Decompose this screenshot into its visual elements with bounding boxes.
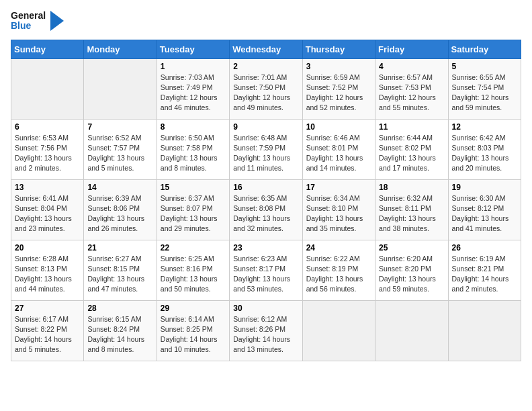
day-number: 10 [306, 122, 371, 132]
day-info: Sunrise: 6:23 AM Sunset: 8:17 PM Dayligh… [233, 254, 298, 295]
calendar-cell: 16Sunrise: 6:35 AM Sunset: 8:08 PM Dayli… [230, 179, 302, 240]
calendar-header: SundayMondayTuesdayWednesdayThursdayFrid… [11, 40, 521, 58]
calendar-cell: 7Sunrise: 6:52 AM Sunset: 7:57 PM Daylig… [84, 119, 157, 179]
day-info: Sunrise: 6:27 AM Sunset: 8:15 PM Dayligh… [87, 254, 152, 295]
calendar-cell: 6Sunrise: 6:53 AM Sunset: 7:56 PM Daylig… [11, 119, 84, 179]
calendar-cell: 27Sunrise: 6:17 AM Sunset: 8:22 PM Dayli… [11, 300, 84, 361]
day-number: 17 [306, 183, 371, 192]
day-info: Sunrise: 6:52 AM Sunset: 7:57 PM Dayligh… [87, 133, 152, 174]
calendar-cell [448, 300, 521, 361]
day-info: Sunrise: 6:35 AM Sunset: 8:08 PM Dayligh… [233, 193, 298, 234]
day-number: 22 [161, 243, 226, 253]
day-info: Sunrise: 6:59 AM Sunset: 7:52 PM Dayligh… [306, 73, 371, 113]
weekday-header-sunday: Sunday [11, 40, 84, 58]
day-info: Sunrise: 6:39 AM Sunset: 8:06 PM Dayligh… [87, 193, 152, 234]
svg-marker-0 [50, 11, 64, 31]
day-number: 2 [233, 62, 298, 71]
calendar-cell: 29Sunrise: 6:14 AM Sunset: 8:25 PM Dayli… [157, 300, 229, 361]
calendar-cell: 13Sunrise: 6:41 AM Sunset: 8:04 PM Dayli… [11, 179, 84, 240]
day-number: 16 [233, 183, 298, 192]
calendar-cell: 12Sunrise: 6:42 AM Sunset: 8:03 PM Dayli… [448, 119, 521, 179]
day-number: 8 [161, 122, 226, 132]
day-number: 21 [87, 243, 152, 253]
weekday-header-monday: Monday [84, 40, 157, 58]
day-info: Sunrise: 6:34 AM Sunset: 8:10 PM Dayligh… [306, 193, 371, 234]
day-info: Sunrise: 6:20 AM Sunset: 8:20 PM Dayligh… [379, 254, 444, 295]
calendar-cell: 2Sunrise: 7:01 AM Sunset: 7:50 PM Daylig… [230, 58, 302, 119]
day-number: 27 [15, 304, 80, 313]
day-info: Sunrise: 6:57 AM Sunset: 7:53 PM Dayligh… [379, 73, 444, 113]
day-number: 20 [15, 243, 80, 253]
calendar-cell: 17Sunrise: 6:34 AM Sunset: 8:10 PM Dayli… [302, 179, 375, 240]
calendar-cell: 21Sunrise: 6:27 AM Sunset: 8:15 PM Dayli… [84, 240, 157, 300]
calendar-cell: 20Sunrise: 6:28 AM Sunset: 8:13 PM Dayli… [11, 240, 84, 300]
day-number: 12 [452, 122, 517, 132]
day-info: Sunrise: 6:46 AM Sunset: 8:01 PM Dayligh… [306, 133, 371, 174]
calendar-cell [11, 58, 84, 119]
day-number: 26 [452, 243, 517, 253]
day-number: 23 [233, 243, 298, 253]
calendar-cell: 1Sunrise: 7:03 AM Sunset: 7:49 PM Daylig… [157, 58, 229, 119]
weekday-header-saturday: Saturday [448, 40, 521, 58]
day-number: 25 [379, 243, 444, 253]
calendar-cell: 11Sunrise: 6:44 AM Sunset: 8:02 PM Dayli… [375, 119, 448, 179]
calendar-cell: 24Sunrise: 6:22 AM Sunset: 8:19 PM Dayli… [302, 240, 375, 300]
calendar-cell: 22Sunrise: 6:25 AM Sunset: 8:16 PM Dayli… [157, 240, 229, 300]
day-number: 14 [87, 183, 152, 192]
day-number: 11 [379, 122, 444, 132]
calendar-cell: 3Sunrise: 6:59 AM Sunset: 7:52 PM Daylig… [302, 58, 375, 119]
calendar-cell [375, 300, 448, 361]
day-number: 1 [161, 62, 226, 71]
day-info: Sunrise: 6:32 AM Sunset: 8:11 PM Dayligh… [379, 193, 444, 234]
page-header: GeneralBlue [11, 11, 521, 32]
calendar-cell: 14Sunrise: 6:39 AM Sunset: 8:06 PM Dayli… [84, 179, 157, 240]
day-number: 18 [379, 183, 444, 192]
day-info: Sunrise: 6:15 AM Sunset: 8:24 PM Dayligh… [87, 314, 152, 355]
day-info: Sunrise: 6:17 AM Sunset: 8:22 PM Dayligh… [15, 314, 80, 355]
day-number: 28 [87, 304, 152, 313]
calendar-table: SundayMondayTuesdayWednesdayThursdayFrid… [11, 40, 521, 361]
day-number: 13 [15, 183, 80, 192]
calendar-cell: 30Sunrise: 6:12 AM Sunset: 8:26 PM Dayli… [230, 300, 302, 361]
calendar-cell: 25Sunrise: 6:20 AM Sunset: 8:20 PM Dayli… [375, 240, 448, 300]
day-info: Sunrise: 6:30 AM Sunset: 8:12 PM Dayligh… [452, 193, 517, 234]
day-info: Sunrise: 6:42 AM Sunset: 8:03 PM Dayligh… [452, 133, 517, 174]
day-info: Sunrise: 6:37 AM Sunset: 8:07 PM Dayligh… [161, 193, 226, 234]
day-number: 6 [15, 122, 80, 132]
day-number: 19 [452, 183, 517, 192]
day-info: Sunrise: 6:12 AM Sunset: 8:26 PM Dayligh… [233, 314, 298, 355]
day-info: Sunrise: 6:50 AM Sunset: 7:58 PM Dayligh… [161, 133, 226, 174]
calendar-cell [302, 300, 375, 361]
calendar-cell: 9Sunrise: 6:48 AM Sunset: 7:59 PM Daylig… [230, 119, 302, 179]
calendar-cell: 23Sunrise: 6:23 AM Sunset: 8:17 PM Dayli… [230, 240, 302, 300]
day-info: Sunrise: 6:28 AM Sunset: 8:13 PM Dayligh… [15, 254, 80, 295]
calendar-cell: 15Sunrise: 6:37 AM Sunset: 8:07 PM Dayli… [157, 179, 229, 240]
calendar-cell: 5Sunrise: 6:55 AM Sunset: 7:54 PM Daylig… [448, 58, 521, 119]
day-number: 30 [233, 304, 298, 313]
day-number: 24 [306, 243, 371, 253]
day-number: 5 [452, 62, 517, 71]
day-info: Sunrise: 6:53 AM Sunset: 7:56 PM Dayligh… [15, 133, 80, 174]
calendar-cell [84, 58, 157, 119]
day-number: 3 [306, 62, 371, 71]
calendar-cell: 4Sunrise: 6:57 AM Sunset: 7:53 PM Daylig… [375, 58, 448, 119]
day-number: 29 [161, 304, 226, 313]
calendar-cell: 26Sunrise: 6:19 AM Sunset: 8:21 PM Dayli… [448, 240, 521, 300]
calendar-cell: 28Sunrise: 6:15 AM Sunset: 8:24 PM Dayli… [84, 300, 157, 361]
calendar-cell: 8Sunrise: 6:50 AM Sunset: 7:58 PM Daylig… [157, 119, 229, 179]
day-info: Sunrise: 6:48 AM Sunset: 7:59 PM Dayligh… [233, 133, 298, 174]
day-info: Sunrise: 6:19 AM Sunset: 8:21 PM Dayligh… [452, 254, 517, 295]
weekday-header-tuesday: Tuesday [157, 40, 229, 58]
day-info: Sunrise: 6:44 AM Sunset: 8:02 PM Dayligh… [379, 133, 444, 174]
day-number: 15 [161, 183, 226, 192]
day-info: Sunrise: 6:22 AM Sunset: 8:19 PM Dayligh… [306, 254, 371, 295]
day-info: Sunrise: 6:41 AM Sunset: 8:04 PM Dayligh… [15, 193, 80, 234]
day-info: Sunrise: 7:03 AM Sunset: 7:49 PM Dayligh… [161, 73, 226, 113]
calendar-cell: 19Sunrise: 6:30 AM Sunset: 8:12 PM Dayli… [448, 179, 521, 240]
calendar-cell: 18Sunrise: 6:32 AM Sunset: 8:11 PM Dayli… [375, 179, 448, 240]
day-number: 9 [233, 122, 298, 132]
weekday-header-wednesday: Wednesday [230, 40, 302, 58]
day-info: Sunrise: 6:14 AM Sunset: 8:25 PM Dayligh… [161, 314, 226, 355]
day-number: 4 [379, 62, 444, 71]
day-info: Sunrise: 6:25 AM Sunset: 8:16 PM Dayligh… [161, 254, 226, 295]
